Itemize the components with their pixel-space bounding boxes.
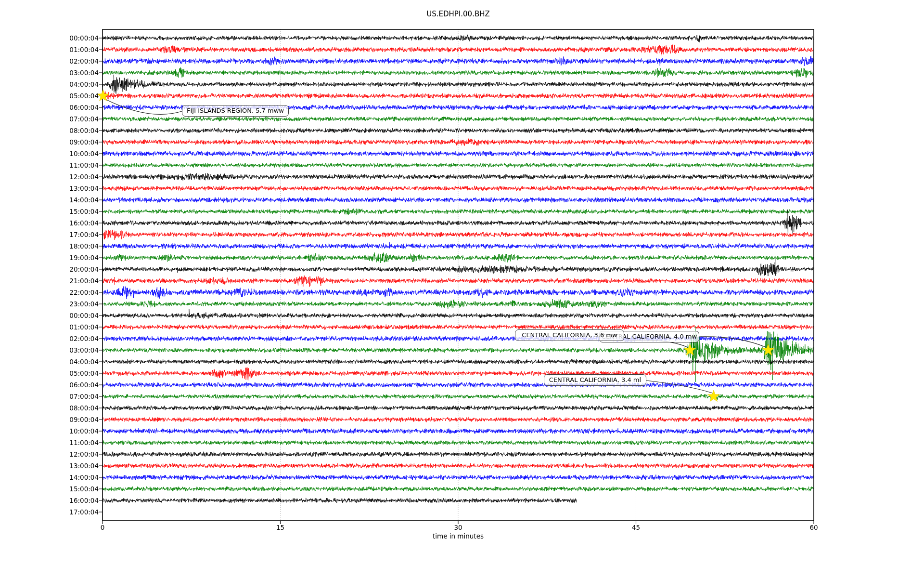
y-axis-label: 03:00:04 — [60, 346, 99, 355]
x-tick-label: 45 — [622, 523, 651, 532]
y-axis-label: 01:00:04 — [60, 323, 99, 331]
helicorder-figure: US.EDHPI.00.BHZ 00:00:0401:00:0402:00:04… — [0, 0, 924, 578]
y-axis-label: 17:00:04 — [60, 230, 99, 239]
y-axis-label: 02:00:04 — [60, 57, 99, 66]
x-tick-label: 15 — [266, 523, 295, 532]
x-tick-label: 60 — [799, 523, 828, 532]
y-axis-label: 22:00:04 — [60, 288, 99, 297]
seismogram-trace-canvas — [0, 0, 924, 578]
y-axis-label: 02:00:04 — [60, 334, 99, 343]
plot-title: US.EDHPI.00.BHZ — [103, 10, 814, 18]
y-axis-label: 14:00:04 — [60, 196, 99, 204]
y-axis-label: 09:00:04 — [60, 415, 99, 424]
y-axis-label: 06:00:04 — [60, 381, 99, 389]
y-axis-label: 16:00:04 — [60, 496, 99, 505]
y-axis-label: 20:00:04 — [60, 265, 99, 274]
y-axis-label: 10:00:04 — [60, 427, 99, 435]
y-axis-label: 11:00:04 — [60, 161, 99, 170]
event-label-central-california-3-6: CENTRAL CALIFORNIA, 3.6 mw — [515, 329, 624, 341]
y-axis-label: 18:00:04 — [60, 242, 99, 250]
y-axis-label: 19:00:04 — [60, 253, 99, 262]
y-axis-label: 08:00:04 — [60, 404, 99, 412]
y-axis-label: 01:00:04 — [60, 45, 99, 54]
x-tick-label: 30 — [444, 523, 473, 532]
y-axis-label: 06:00:04 — [60, 103, 99, 112]
x-axis-label: time in minutes — [103, 532, 814, 540]
y-axis-label: 00:00:04 — [60, 34, 99, 42]
y-axis-label: 05:00:04 — [60, 92, 99, 100]
y-axis-label: 21:00:04 — [60, 276, 99, 285]
y-axis-label: 07:00:04 — [60, 392, 99, 401]
y-axis-label: 12:00:04 — [60, 450, 99, 459]
y-axis-label: 23:00:04 — [60, 300, 99, 308]
y-axis-label: 17:00:04 — [60, 508, 99, 516]
y-axis-label: 11:00:04 — [60, 438, 99, 447]
y-axis-label: 13:00:04 — [60, 461, 99, 470]
y-axis-label: 14:00:04 — [60, 473, 99, 482]
y-axis-label: 04:00:04 — [60, 80, 99, 89]
y-axis-label: 15:00:04 — [60, 485, 99, 493]
y-axis-label: 08:00:04 — [60, 126, 99, 135]
event-label-fiji-islands: FIJI ISLANDS REGION, 5.7 mww — [182, 105, 289, 117]
y-axis-label: 04:00:04 — [60, 357, 99, 366]
x-tick-label: 0 — [88, 523, 117, 532]
y-axis-label: 05:00:04 — [60, 369, 99, 378]
y-axis-label: 00:00:04 — [60, 311, 99, 320]
event-label-central-california-3-4: CENTRAL CALIFORNIA, 3.4 ml — [544, 374, 646, 386]
y-axis-label: 03:00:04 — [60, 68, 99, 77]
y-axis-label: 07:00:04 — [60, 115, 99, 123]
y-axis-label: 15:00:04 — [60, 207, 99, 216]
y-axis-label: 12:00:04 — [60, 172, 99, 181]
y-axis-label: 13:00:04 — [60, 184, 99, 193]
y-axis-label: 10:00:04 — [60, 149, 99, 158]
y-axis-label: 16:00:04 — [60, 219, 99, 227]
y-axis-label: 09:00:04 — [60, 138, 99, 146]
